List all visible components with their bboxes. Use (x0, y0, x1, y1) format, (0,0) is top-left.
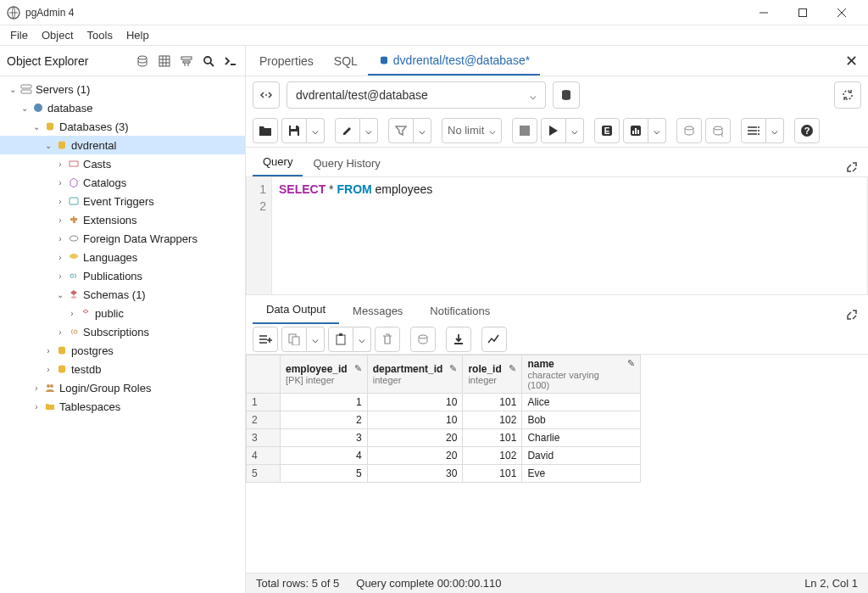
row-number[interactable]: 1 (247, 394, 281, 411)
tree-fdw[interactable]: ›Foreign Data Wrappers (0, 229, 245, 248)
tree-schemas[interactable]: ⌄Schemas (1) (0, 285, 245, 304)
column-header[interactable]: role_idinteger✎ (463, 355, 522, 394)
cell[interactable]: 10 (367, 394, 463, 411)
edit-button[interactable] (335, 118, 360, 143)
table-row[interactable]: 2210102Bob (247, 411, 641, 429)
grid-icon[interactable] (157, 53, 172, 69)
chevron-right-icon[interactable]: › (54, 253, 66, 262)
download-button[interactable] (446, 327, 471, 352)
tab-query-tool[interactable]: dvdrental/test@database* (368, 47, 540, 76)
chevron-down-icon[interactable]: ⌄ (7, 85, 19, 94)
chevron-right-icon[interactable]: › (31, 383, 42, 393)
cell[interactable]: Charlie (522, 429, 641, 447)
connection-button[interactable] (253, 81, 280, 109)
table-row[interactable]: 3320101Charlie (247, 429, 641, 447)
cell[interactable]: 20 (367, 429, 463, 447)
filter-icon[interactable] (179, 53, 194, 69)
minimize-button[interactable] (744, 0, 783, 25)
tab-query-history[interactable]: Query History (303, 150, 390, 176)
corner-cell[interactable] (247, 355, 281, 394)
row-number[interactable]: 5 (247, 465, 281, 483)
expand-icon[interactable] (843, 305, 861, 324)
chevron-down-icon[interactable]: ⌄ (19, 103, 31, 113)
macros-dropdown[interactable]: ⌵ (766, 118, 784, 143)
tab-messages[interactable]: Messages (339, 298, 416, 324)
chevron-right-icon[interactable]: › (54, 271, 66, 281)
tree-subscriptions[interactable]: ›Subscriptions (0, 322, 245, 341)
cell[interactable]: Eve (522, 465, 641, 483)
save-data-button[interactable] (410, 327, 436, 352)
cell[interactable]: 30 (367, 465, 463, 483)
row-number[interactable]: 2 (247, 411, 281, 429)
close-button[interactable] (822, 0, 861, 25)
close-tab-button[interactable]: ✕ (838, 48, 865, 74)
tree-publications[interactable]: ›Publications (0, 266, 245, 285)
commit-button[interactable] (676, 118, 702, 143)
macros-button[interactable] (741, 118, 766, 143)
chevron-down-icon[interactable]: ⌄ (31, 122, 42, 131)
pencil-icon[interactable]: ✎ (509, 363, 516, 374)
tab-notifications[interactable]: Notifications (416, 298, 504, 324)
copy-button[interactable] (281, 327, 307, 352)
chevron-down-icon[interactable]: ⌄ (42, 141, 54, 150)
chevron-right-icon[interactable]: › (54, 234, 66, 243)
paste-dropdown[interactable]: ⌵ (353, 327, 371, 352)
table-row[interactable]: 4420102David (247, 447, 641, 465)
maximize-button[interactable] (783, 0, 822, 25)
refresh-button[interactable] (834, 81, 861, 109)
cell[interactable]: 3 (281, 429, 368, 447)
delete-button[interactable] (375, 327, 400, 352)
pencil-icon[interactable]: ✎ (627, 358, 635, 369)
analyze-dropdown[interactable]: ⌵ (648, 118, 666, 143)
object-tree[interactable]: ⌄Servers (1) ⌄database ⌄Databases (3) ⌄d… (0, 76, 245, 593)
tree-languages[interactable]: ›Languages (0, 248, 245, 266)
cell[interactable]: David (522, 447, 641, 465)
save-button[interactable] (281, 118, 307, 143)
stop-button[interactable] (512, 118, 537, 143)
table-row[interactable]: 5530101Eve (247, 465, 641, 483)
cell[interactable]: 1 (281, 394, 368, 411)
filter-button[interactable] (388, 118, 414, 143)
help-button[interactable]: ? (794, 118, 820, 143)
tree-casts[interactable]: ›Casts (0, 154, 245, 173)
limit-select[interactable]: No limit⌵ (442, 118, 502, 143)
cell[interactable]: 20 (367, 447, 463, 465)
expand-icon[interactable] (843, 158, 861, 176)
cell[interactable]: 102 (463, 411, 522, 429)
chevron-down-icon[interactable]: ⌄ (54, 290, 66, 299)
cell[interactable]: 5 (281, 465, 368, 483)
cell[interactable]: 4 (281, 447, 368, 465)
add-row-button[interactable] (253, 327, 278, 352)
open-file-button[interactable] (253, 118, 278, 143)
menu-object[interactable]: Object (35, 27, 81, 43)
terminal-icon[interactable] (223, 53, 238, 69)
cell[interactable]: Bob (522, 411, 641, 429)
chevron-right-icon[interactable]: › (66, 309, 78, 318)
cell[interactable]: 101 (463, 465, 522, 483)
execute-button[interactable] (541, 118, 566, 143)
chevron-right-icon[interactable]: › (42, 365, 54, 374)
search-icon[interactable] (201, 53, 216, 69)
chevron-right-icon[interactable]: › (42, 346, 54, 355)
chevron-right-icon[interactable]: › (54, 197, 66, 206)
cell[interactable]: 10 (367, 411, 463, 429)
chevron-right-icon[interactable]: › (54, 178, 66, 187)
sql-editor[interactable]: 12 SELECT * FROM employees (246, 176, 868, 295)
edit-dropdown[interactable]: ⌵ (360, 118, 378, 143)
menu-file[interactable]: File (3, 27, 35, 43)
execute-dropdown[interactable]: ⌵ (566, 118, 584, 143)
cell[interactable]: 101 (463, 394, 522, 411)
chevron-right-icon[interactable]: › (54, 159, 66, 169)
tree-public[interactable]: ›public (0, 304, 245, 322)
tree-dvdrental[interactable]: ⌄dvdrental (0, 136, 245, 154)
tree-event-triggers[interactable]: ›Event Triggers (0, 192, 245, 210)
tree-servers[interactable]: ⌄Servers (1) (0, 80, 245, 98)
tab-data-output[interactable]: Data Output (253, 296, 339, 324)
cell[interactable]: 102 (463, 447, 522, 465)
tab-query[interactable]: Query (253, 148, 303, 176)
tree-tablespaces[interactable]: ›Tablespaces (0, 397, 245, 416)
column-header[interactable]: namecharacter varying (100)✎ (522, 355, 641, 394)
save-dropdown[interactable]: ⌵ (307, 118, 325, 143)
table-row[interactable]: 1110101Alice (247, 394, 641, 411)
row-number[interactable]: 3 (247, 429, 281, 447)
